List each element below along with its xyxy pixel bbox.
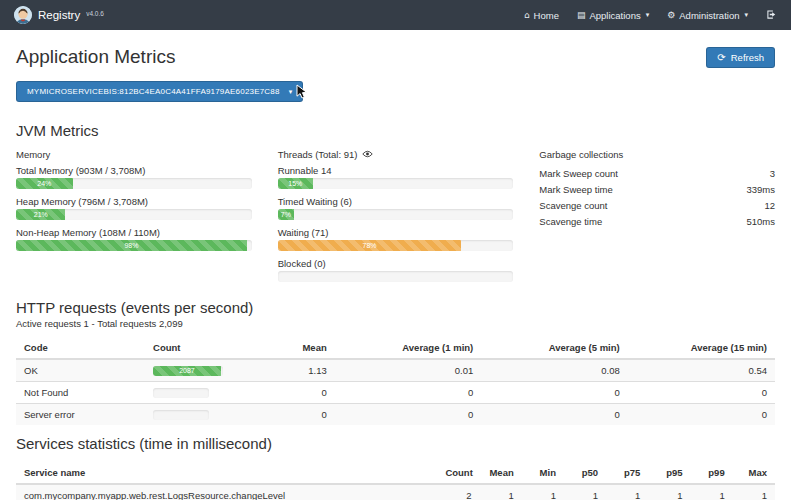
cell-p75: 1 — [606, 484, 648, 500]
metric-label: Timed Waiting (6) — [278, 196, 514, 207]
home-icon: ⌂ — [524, 10, 530, 20]
threads-section: Threads (Total: 91) Runnable 14 15% Time… — [278, 149, 514, 289]
chevron-down-icon: ▾ — [744, 11, 748, 19]
col-header-mean: Mean — [266, 337, 334, 359]
progress-bar: 21% — [16, 209, 65, 220]
refresh-label: Refresh — [731, 52, 764, 63]
col-header-avg1: Average (1 min) — [335, 337, 481, 359]
cell-p99: 1 — [691, 484, 733, 500]
col-header-p75: p75 — [606, 462, 648, 484]
table-row-server-error: Server error 0 0 0 0 — [16, 404, 775, 426]
progress-bar: 78% — [278, 240, 462, 251]
administration-gear-icon: ⚙ — [667, 10, 675, 20]
cell-avg15: 0 — [628, 382, 775, 404]
metric-heap-memory: Heap Memory (796M / 3,708M) 21% — [16, 196, 252, 220]
col-header-code: Code — [16, 337, 145, 359]
metric-runnable: Runnable 14 15% — [278, 165, 514, 189]
metric-waiting: Waiting (71) 78% — [278, 227, 514, 251]
jvm-metrics-heading: JVM Metrics — [16, 122, 775, 139]
metric-label: Runnable 14 — [278, 165, 514, 176]
instance-selector-dropdown[interactable]: MYMICROSERVICEBIS:812BC4EA0C4A41FFA9179A… — [16, 81, 303, 102]
http-requests-heading: HTTP requests (events per second) — [16, 299, 775, 316]
gc-section: Garbage collections Mark Sweep count 3 M… — [539, 149, 775, 289]
metric-blocked: Blocked (0) — [278, 258, 514, 282]
nav-home[interactable]: ⌂ Home — [524, 10, 559, 21]
cell-avg1: 0 — [335, 404, 481, 426]
cell-count: 2 — [437, 484, 479, 500]
cell-avg5: 0 — [481, 404, 627, 426]
metric-total-memory: Total Memory (903M / 3,708M) 24% — [16, 165, 252, 189]
refresh-button[interactable]: ⟳ Refresh — [706, 47, 775, 68]
cell-min: 1 — [522, 484, 564, 500]
cell-avg1: 0.01 — [335, 359, 481, 382]
metric-timed-waiting: Timed Waiting (6) 7% — [278, 196, 514, 220]
nav-home-label: Home — [534, 10, 559, 21]
main-content: Application Metrics ⟳ Refresh MYMICROSER… — [0, 30, 791, 500]
services-statistics-heading: Services statistics (time in millisecond… — [16, 435, 775, 452]
brand-version: v4.0.6 — [86, 10, 104, 17]
cell-service-name: com.mycompany.myapp.web.rest.LogsResourc… — [16, 484, 437, 500]
col-header-avg15: Average (15 min) — [628, 337, 775, 359]
nav-administration[interactable]: ⚙ Administration ▾ — [667, 10, 748, 21]
refresh-icon: ⟳ — [717, 52, 725, 63]
metric-label: Total Memory (903M / 3,708M) — [16, 165, 252, 176]
table-row-ok: OK 2087 1.13 0.01 0.08 0.54 — [16, 359, 775, 382]
cell-mean: 0 — [266, 382, 334, 404]
cell-code: Not Found — [16, 382, 145, 404]
gc-row: Scavenge time 510ms — [539, 213, 775, 229]
cell-avg15: 0.54 — [628, 359, 775, 382]
col-header-p50: p50 — [564, 462, 606, 484]
cell-code: OK — [16, 359, 145, 382]
gc-row: Scavenge count 12 — [539, 197, 775, 213]
metric-nonheap-memory: Non-Heap Memory (108M / 110M) 98% — [16, 227, 252, 251]
progress-track: 2087 — [153, 366, 223, 376]
cell-avg5: 0.08 — [481, 359, 627, 382]
eye-icon[interactable] — [362, 149, 373, 160]
services-table-wrap: Service name Count Mean Min p50 p75 p95 … — [16, 462, 775, 500]
nav-logout[interactable] — [766, 9, 777, 22]
memory-section: Memory Total Memory (903M / 3,708M) 24% … — [16, 149, 252, 289]
gc-value: 510ms — [746, 216, 775, 227]
brand[interactable]: Registry v4.0.6 — [14, 6, 104, 24]
table-header-row: Code Count Mean Average (1 min) Average … — [16, 337, 775, 359]
nav-items: ⌂ Home ▤ Applications ▾ ⚙ Administration… — [524, 9, 777, 22]
table-row-service: com.mycompany.myapp.web.rest.LogsResourc… — [16, 484, 775, 500]
col-header-count: Count — [437, 462, 479, 484]
progress-track: 24% — [16, 178, 252, 189]
progress-bar: 98% — [16, 240, 247, 251]
progress-bar: 7% — [278, 209, 294, 220]
nav-applications-label: Applications — [589, 10, 640, 21]
logo-icon — [14, 6, 32, 24]
instance-name: MYMICROSERVICEBIS:812BC4EA0C4A41FFA9179A… — [27, 87, 280, 96]
progress-track: 7% — [278, 209, 514, 220]
cell-mean: 0 — [266, 404, 334, 426]
progress-bar: 2087 — [153, 366, 221, 376]
progress-track — [153, 410, 209, 420]
nav-applications[interactable]: ▤ Applications ▾ — [577, 10, 649, 21]
cell-count — [145, 382, 266, 404]
progress-track — [278, 271, 514, 282]
progress-bar: 24% — [16, 178, 73, 189]
gc-heading: Garbage collections — [539, 149, 775, 160]
metric-label: Blocked (0) — [278, 258, 514, 269]
cell-avg1: 0 — [335, 382, 481, 404]
threads-heading: Threads (Total: 91) — [278, 149, 514, 160]
gc-label: Mark Sweep count — [539, 168, 618, 179]
col-header-count: Count — [145, 337, 266, 359]
chevron-down-icon: ▾ — [646, 11, 650, 19]
metric-label: Heap Memory (796M / 3,708M) — [16, 196, 252, 207]
nav-administration-label: Administration — [679, 10, 739, 21]
sign-out-icon — [766, 9, 777, 22]
col-header-max: Max — [733, 462, 775, 484]
progress-track: 21% — [16, 209, 252, 220]
gc-value: 12 — [764, 200, 775, 211]
col-header-avg5: Average (5 min) — [481, 337, 627, 359]
cell-count — [145, 404, 266, 426]
col-header-service-name: Service name — [16, 462, 437, 484]
services-statistics-table: Service name Count Mean Min p50 p75 p95 … — [16, 462, 775, 500]
cell-mean: 1.13 — [266, 359, 334, 382]
http-requests-subtitle: Active requests 1 - Total requests 2,099 — [16, 318, 775, 329]
gc-label: Scavenge count — [539, 200, 607, 211]
gc-label: Scavenge time — [539, 216, 602, 227]
table-row-not-found: Not Found 0 0 0 0 — [16, 382, 775, 404]
